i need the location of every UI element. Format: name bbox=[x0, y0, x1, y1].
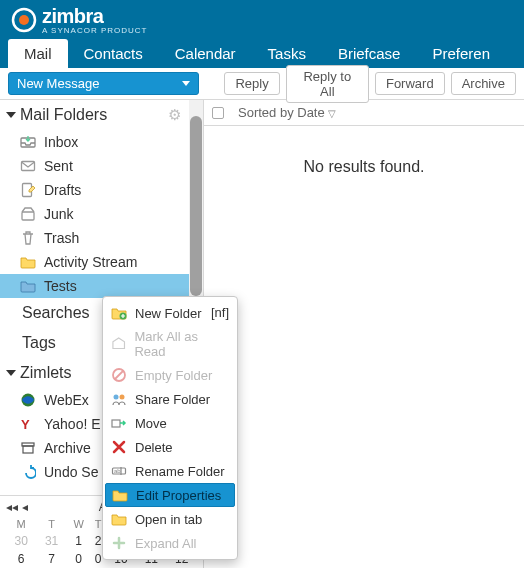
logo: zimbra A SYNACOR PRODUCT bbox=[10, 5, 147, 35]
brand-tagline: A SYNACOR PRODUCT bbox=[42, 26, 147, 35]
ctx-edit-properties[interactable]: Edit Properties bbox=[105, 483, 235, 507]
delete-x-icon bbox=[111, 439, 127, 455]
tab-calendar[interactable]: Calendar bbox=[159, 39, 252, 68]
folder-label: Trash bbox=[44, 230, 79, 246]
svg-point-1 bbox=[19, 15, 29, 25]
ctx-rename-folder[interactable]: ab Rename Folder bbox=[103, 459, 237, 483]
svg-point-13 bbox=[120, 395, 125, 400]
forbidden-icon bbox=[111, 367, 127, 383]
select-all-checkbox[interactable] bbox=[212, 107, 224, 119]
shortcut-hint: [nf] bbox=[211, 305, 229, 320]
tab-tasks[interactable]: Tasks bbox=[252, 39, 322, 68]
ctx-share-folder[interactable]: Share Folder bbox=[103, 387, 237, 411]
webex-icon bbox=[20, 392, 36, 408]
folder-inbox[interactable]: Inbox bbox=[0, 130, 203, 154]
svg-text:Y: Y bbox=[21, 417, 30, 432]
mail-folders-label: Mail Folders bbox=[20, 106, 107, 124]
zimlet-label: Undo Se bbox=[44, 464, 98, 480]
folder-drafts[interactable]: Drafts bbox=[0, 178, 203, 202]
folder-label: Tests bbox=[44, 278, 77, 294]
topbar: zimbra A SYNACOR PRODUCT bbox=[0, 0, 524, 40]
chevron-down-icon bbox=[182, 81, 190, 86]
folder-tests[interactable]: Tests bbox=[0, 274, 203, 298]
mail-folders-header[interactable]: Mail Folders ⚙ bbox=[0, 100, 203, 130]
collapse-icon bbox=[6, 112, 16, 118]
folder-list: Inbox Sent Drafts Junk Trash bbox=[0, 130, 203, 298]
folder-plus-icon bbox=[111, 305, 127, 321]
drafts-icon bbox=[20, 182, 36, 198]
cal-day[interactable]: 7 bbox=[36, 550, 66, 568]
list-header: Sorted by Date ▽ bbox=[204, 100, 524, 126]
ctx-expand-all: Expand All bbox=[103, 531, 237, 555]
cal-prev-year-icon[interactable]: ◂◂ bbox=[6, 500, 18, 514]
junk-icon bbox=[20, 206, 36, 222]
share-icon bbox=[111, 391, 127, 407]
tab-briefcase[interactable]: Briefcase bbox=[322, 39, 417, 68]
archive-button[interactable]: Archive bbox=[451, 72, 516, 95]
trash-icon bbox=[20, 230, 36, 246]
collapse-icon bbox=[6, 370, 16, 376]
undo-icon bbox=[20, 464, 36, 480]
zimlet-label: Archive bbox=[44, 440, 91, 456]
folder-label: Junk bbox=[44, 206, 74, 222]
chevron-down-icon: ▽ bbox=[328, 108, 336, 119]
folder-sent[interactable]: Sent bbox=[0, 154, 203, 178]
sent-icon bbox=[20, 158, 36, 174]
folder-label: Inbox bbox=[44, 134, 78, 150]
folder-trash[interactable]: Trash bbox=[0, 226, 203, 250]
cal-day[interactable]: 0 bbox=[67, 550, 91, 568]
archive-icon bbox=[20, 440, 36, 456]
folder-junk[interactable]: Junk bbox=[0, 202, 203, 226]
reply-button[interactable]: Reply bbox=[224, 72, 279, 95]
ctx-move[interactable]: Move bbox=[103, 411, 237, 435]
folder-label: Activity Stream bbox=[44, 254, 137, 270]
toolbar: New Message Reply Reply to All Forward A… bbox=[0, 68, 524, 100]
move-icon bbox=[111, 415, 127, 431]
cal-day[interactable]: 31 bbox=[36, 532, 66, 550]
brand-name: zimbra bbox=[42, 5, 147, 28]
folder-label: Drafts bbox=[44, 182, 81, 198]
tab-preferences[interactable]: Preferen bbox=[416, 39, 506, 68]
folder-yellow-icon bbox=[20, 254, 36, 270]
ctx-delete[interactable]: Delete bbox=[103, 435, 237, 459]
ctx-open-in-tab[interactable]: Open in tab bbox=[103, 507, 237, 531]
svg-rect-14 bbox=[112, 420, 120, 427]
main-tabs: Mail Contacts Calendar Tasks Briefcase P… bbox=[0, 40, 524, 68]
zimlet-label: WebEx bbox=[44, 392, 89, 408]
zimlet-label: Yahoo! E bbox=[44, 416, 101, 432]
tab-contacts[interactable]: Contacts bbox=[68, 39, 159, 68]
cal-day[interactable]: 6 bbox=[6, 550, 36, 568]
logo-mark-icon bbox=[10, 6, 38, 34]
rename-icon: ab bbox=[111, 463, 127, 479]
ctx-mark-all-read: Mark All as Read bbox=[103, 325, 237, 363]
svg-rect-5 bbox=[22, 212, 34, 220]
sort-button[interactable]: Sorted by Date ▽ bbox=[238, 105, 336, 120]
tab-mail[interactable]: Mail bbox=[8, 39, 68, 68]
new-message-button[interactable]: New Message bbox=[8, 72, 199, 95]
zimlets-label: Zimlets bbox=[20, 364, 72, 382]
reply-all-button[interactable]: Reply to All bbox=[286, 65, 369, 103]
folder-activity-stream[interactable]: Activity Stream bbox=[0, 250, 203, 274]
mail-open-icon bbox=[111, 336, 126, 352]
folder-icon bbox=[111, 511, 127, 527]
message-list-panel: Sorted by Date ▽ No results found. bbox=[204, 100, 524, 568]
folder-label: Sent bbox=[44, 158, 73, 174]
cal-day[interactable]: 1 bbox=[67, 532, 91, 550]
svg-point-12 bbox=[114, 395, 119, 400]
yahoo-icon: Y bbox=[20, 416, 36, 432]
ctx-empty-folder: Empty Folder bbox=[103, 363, 237, 387]
gear-icon[interactable]: ⚙ bbox=[168, 106, 181, 124]
folder-blue-icon bbox=[20, 278, 36, 294]
svg-text:ab: ab bbox=[114, 468, 121, 474]
empty-results-text: No results found. bbox=[204, 158, 524, 176]
cal-prev-month-icon[interactable]: ◂ bbox=[22, 500, 28, 514]
folder-icon bbox=[112, 487, 128, 503]
scrollbar-thumb[interactable] bbox=[190, 116, 202, 296]
new-message-label: New Message bbox=[17, 76, 99, 91]
plus-icon bbox=[111, 535, 127, 551]
svg-rect-9 bbox=[23, 446, 33, 453]
folder-context-menu: [nf] New Folder Mark All as Read Empty F… bbox=[102, 296, 238, 560]
cal-day[interactable]: 30 bbox=[6, 532, 36, 550]
forward-button[interactable]: Forward bbox=[375, 72, 445, 95]
inbox-icon bbox=[20, 134, 36, 150]
